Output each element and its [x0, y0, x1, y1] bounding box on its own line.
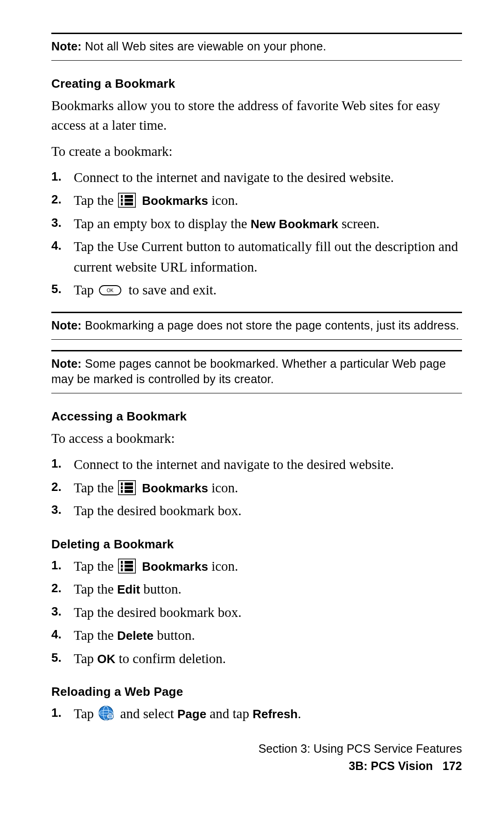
step-number: 5. [51, 649, 74, 669]
paragraph: Bookmarks allow you to store the address… [51, 96, 462, 135]
steps-deleting: 1. Tap the Bookmarks icon. 2. Tap the Ed… [51, 556, 462, 669]
rule [51, 393, 462, 393]
bookmarks-icon [118, 193, 136, 208]
step-number: 4. [51, 625, 74, 646]
step-text: Connect to the internet and navigate to … [74, 455, 462, 475]
step-text: Tap the Bookmarks icon. [74, 190, 462, 211]
step-text: Tap the Use Current button to automatica… [74, 237, 462, 277]
step: 1. Connect to the internet and navigate … [51, 455, 462, 475]
step-number: 2. [51, 190, 74, 211]
subheading-creating-bookmark: Creating a Bookmark [51, 77, 462, 91]
svg-rect-4 [125, 195, 133, 198]
note-box: Note: Some pages cannot be bookmarked. W… [51, 351, 462, 393]
svg-rect-5 [125, 199, 133, 202]
step-number: 2. [51, 478, 74, 498]
steps-accessing: 1. Connect to the internet and navigate … [51, 455, 462, 521]
svg-rect-6 [125, 203, 133, 205]
svg-rect-11 [121, 486, 123, 489]
svg-rect-3 [121, 203, 123, 205]
footer-chapter-line: 3B: PCS Vision 172 [51, 757, 462, 775]
page-number: 172 [442, 759, 462, 772]
svg-rect-14 [125, 486, 133, 489]
footer-section-line: Section 3: Using PCS Service Features [51, 740, 462, 758]
step-number: 4. [51, 237, 74, 277]
note-label: Note: [51, 319, 82, 332]
note-label: Note: [51, 357, 82, 370]
step-number: 3. [51, 214, 74, 234]
icon-label: Bookmarks [142, 481, 208, 495]
step-text: Tap an empty box to display the New Book… [74, 214, 462, 234]
subheading-accessing-bookmark: Accessing a Bookmark [51, 409, 462, 424]
note-text: Not all Web sites are viewable on your p… [82, 40, 326, 53]
svg-rect-28 [108, 714, 112, 715]
step: 1. Tap the Bookmarks icon. [51, 556, 462, 577]
svg-rect-12 [121, 490, 123, 493]
note-box: Note: Not all Web sites are viewable on … [51, 34, 462, 60]
note-text: Bookmarking a page does not store the pa… [82, 319, 459, 332]
icon-label: Bookmarks [142, 194, 208, 208]
step: 5. Tap OK to save and exit. [51, 280, 462, 301]
svg-rect-29 [108, 716, 112, 717]
svg-rect-21 [125, 565, 133, 567]
step: 4. Tap the Use Current button to automat… [51, 237, 462, 277]
steps-reloading: 1. Tap and select Page and tap Refresh. [51, 704, 462, 724]
steps-creating: 1. Connect to the internet and navigate … [51, 168, 462, 301]
bookmarks-icon [118, 559, 136, 574]
svg-rect-1 [121, 195, 123, 198]
step: 2. Tap the Edit button. [51, 579, 462, 600]
step-number: 3. [51, 501, 74, 521]
svg-rect-19 [121, 568, 123, 571]
step: 1. Tap and select Page and tap Refresh. [51, 704, 462, 724]
step-number: 1. [51, 168, 74, 188]
svg-rect-10 [121, 483, 123, 485]
step: 2. Tap the Bookmarks icon. [51, 478, 462, 498]
step: 5. Tap OK to confirm deletion. [51, 649, 462, 669]
icon-label: Bookmarks [142, 560, 208, 574]
step-text: Tap OK to save and exit. [74, 280, 462, 301]
note-text: Some pages cannot be bookmarked. Whether… [51, 357, 446, 386]
svg-rect-2 [121, 199, 123, 202]
globe-menu-icon [98, 705, 114, 721]
note-box: Note: Bookmarking a page does not store … [51, 313, 462, 339]
svg-rect-30 [108, 718, 112, 719]
step: 3. Tap the desired bookmark box. [51, 602, 462, 623]
step-text: Tap the desired bookmark box. [74, 501, 462, 521]
svg-text:OK: OK [107, 288, 114, 293]
step-number: 5. [51, 280, 74, 301]
step-number: 2. [51, 579, 74, 600]
step-text: Tap the Bookmarks icon. [74, 556, 462, 577]
svg-rect-18 [121, 565, 123, 567]
step-text: Connect to the internet and navigate to … [74, 168, 462, 188]
svg-rect-13 [125, 483, 133, 485]
svg-rect-20 [125, 561, 133, 564]
step: 3. Tap an empty box to display the New B… [51, 214, 462, 234]
step: 4. Tap the Delete button. [51, 625, 462, 646]
step-text: Tap the Delete button. [74, 625, 462, 646]
step-number: 3. [51, 602, 74, 623]
paragraph: To create a bookmark: [51, 141, 462, 161]
svg-rect-15 [125, 490, 133, 493]
step: 2. Tap the Bookmarks icon. [51, 190, 462, 211]
ok-button-icon: OK [99, 285, 121, 295]
subheading-deleting-bookmark: Deleting a Bookmark [51, 537, 462, 552]
step-number: 1. [51, 455, 74, 475]
step-number: 1. [51, 556, 74, 577]
svg-rect-22 [125, 568, 133, 571]
step-number: 1. [51, 704, 74, 724]
step-text: Tap and select Page and tap Refresh. [74, 704, 462, 724]
page-footer: Section 3: Using PCS Service Features 3B… [51, 740, 462, 775]
subheading-reloading-web-page: Reloading a Web Page [51, 685, 462, 699]
step: 3. Tap the desired bookmark box. [51, 501, 462, 521]
step: 1. Connect to the internet and navigate … [51, 168, 462, 188]
paragraph: To access a bookmark: [51, 428, 462, 448]
bookmarks-icon [118, 480, 136, 495]
step-text: Tap OK to confirm deletion. [74, 649, 462, 669]
rule [51, 60, 462, 61]
step-text: Tap the desired bookmark box. [74, 602, 462, 623]
note-label: Note: [51, 40, 82, 53]
svg-rect-17 [121, 561, 123, 564]
step-text: Tap the Edit button. [74, 579, 462, 600]
step-text: Tap the Bookmarks icon. [74, 478, 462, 498]
